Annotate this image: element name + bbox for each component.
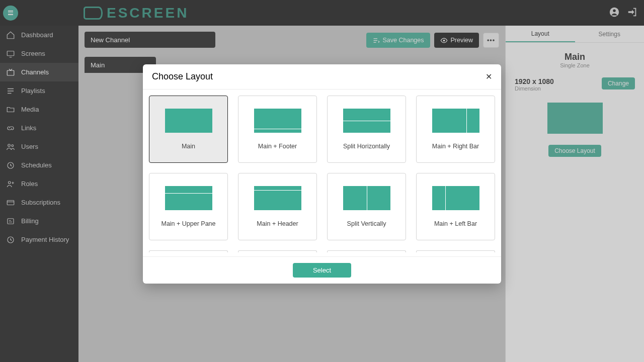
layout-option-label: Main + Right Bar: [432, 143, 479, 150]
layout-option-main-right-bar[interactable]: Main + Right Bar: [416, 96, 495, 163]
layout-option-label: Main: [182, 143, 195, 150]
layout-option-partial[interactable]: [238, 250, 317, 252]
layout-option-split-horizontally[interactable]: Split Horizontally: [327, 96, 406, 163]
modal-title: Choose Layout: [152, 71, 213, 82]
layout-option-main[interactable]: Main: [149, 96, 228, 163]
layout-option-label: Main + Footer: [258, 143, 297, 150]
layout-option-partial[interactable]: [149, 250, 228, 252]
close-icon: ✕: [486, 72, 492, 81]
layout-option-label: Split Horizontally: [343, 143, 390, 150]
layout-option-label: Split Vertically: [347, 220, 386, 227]
layout-option-main-header[interactable]: Main + Header: [238, 173, 317, 240]
layout-option-label: Main + Left Bar: [434, 220, 477, 227]
layout-option-label: Main + Upper Pane: [161, 220, 215, 227]
layout-option-partial[interactable]: [416, 250, 495, 252]
layout-option-main-left-bar[interactable]: Main + Left Bar: [416, 173, 495, 240]
modal-close-button[interactable]: ✕: [486, 72, 492, 81]
layout-option-split-vertically[interactable]: Split Vertically: [327, 173, 406, 240]
modal-overlay[interactable]: Choose Layout ✕ Main Main + Footer: [0, 0, 644, 362]
layout-scroll[interactable]: Main Main + Footer Split Horizontally Ma…: [147, 96, 497, 252]
layout-option-label: Main + Header: [257, 220, 298, 227]
layout-option-main-upper-pane[interactable]: Main + Upper Pane: [149, 173, 228, 240]
layout-option-main-footer[interactable]: Main + Footer: [238, 96, 317, 163]
select-layout-button[interactable]: Select: [293, 263, 351, 278]
layout-option-partial[interactable]: [327, 250, 406, 252]
choose-layout-modal: Choose Layout ✕ Main Main + Footer: [143, 64, 501, 284]
